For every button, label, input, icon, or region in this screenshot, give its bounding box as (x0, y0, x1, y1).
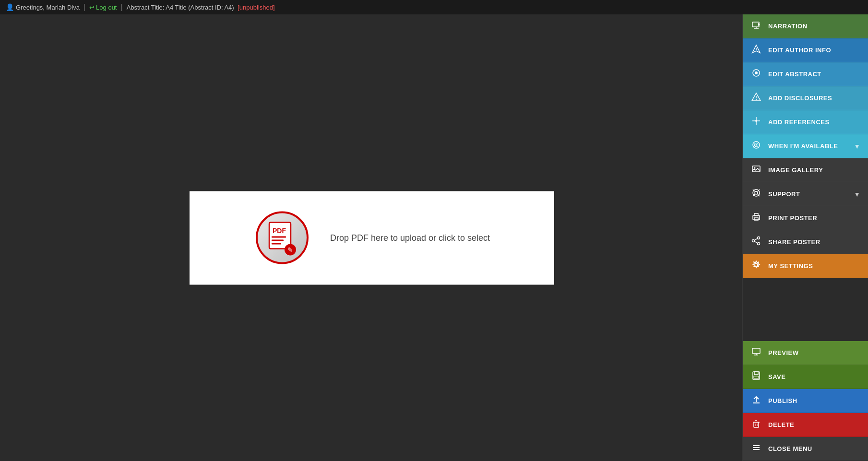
edit-abstract-icon (751, 68, 761, 80)
svg-point-37 (752, 240, 755, 242)
svg-rect-34 (754, 218, 758, 220)
sidebar-nav: NARRATION EDIT AUTHOR INFO EDIT ABSTRACT… (743, 14, 868, 278)
svg-point-20 (755, 120, 757, 122)
svg-rect-3 (272, 239, 284, 241)
logout-button[interactable]: ↩ Log out (89, 4, 117, 11)
preview-label: PREVIEW (768, 349, 798, 356)
when-available-icon (751, 140, 761, 152)
delete-label: DELETE (768, 421, 794, 428)
save-icon (751, 371, 761, 383)
svg-rect-42 (752, 348, 760, 354)
sidebar-item-preview[interactable]: PREVIEW (743, 341, 868, 365)
support-label: SUPPORT (768, 190, 800, 198)
edit-author-icon (751, 44, 761, 56)
sidebar-item-save[interactable]: SAVE (743, 365, 868, 389)
svg-point-38 (758, 243, 760, 245)
sidebar-item-edit-abstract[interactable]: EDIT ABSTRACT (743, 62, 868, 86)
upload-drop-text: Drop PDF here to upload or click to sele… (330, 233, 490, 243)
add-disclosures-icon (751, 92, 761, 104)
svg-text:PDF: PDF (273, 226, 286, 234)
sidebar-item-my-settings[interactable]: MY SETTINGS (743, 254, 868, 278)
add-references-label: ADD REFERENCES (768, 118, 830, 126)
image-gallery-label: IMAGE GALLERY (768, 166, 823, 174)
sidebar-item-print-poster[interactable]: PRINT POSTER (743, 206, 868, 230)
sidebar-item-narration[interactable]: NARRATION (743, 14, 868, 38)
svg-point-41 (755, 263, 758, 266)
svg-point-17 (756, 99, 757, 100)
sidebar-item-support[interactable]: SUPPORT ▼ (743, 182, 868, 206)
add-disclosures-label: ADD DISCLOSURES (768, 95, 832, 102)
svg-line-39 (754, 241, 757, 243)
status-badge: [unpublished] (238, 4, 274, 11)
narration-label: NARRATION (768, 23, 808, 30)
sidebar-bottom: PREVIEW SAVE PUBLISH DELETE CLOSE MENU (743, 341, 868, 461)
canvas-area[interactable]: PDF ✎ Drop PDF here to upload or click t… (0, 14, 743, 461)
pdf-upload-dropzone[interactable]: PDF ✎ Drop PDF here to upload or click t… (190, 191, 554, 284)
topbar: 👤 Greetings, Mariah Diva | ↩ Log out | A… (0, 0, 868, 14)
svg-point-23 (756, 144, 757, 146)
logout-label: Log out (96, 4, 117, 11)
svg-rect-47 (754, 376, 759, 378)
svg-text:✎: ✎ (287, 246, 293, 253)
publish-label: PUBLISH (768, 397, 797, 404)
sidebar-item-image-gallery[interactable]: IMAGE GALLERY (743, 158, 868, 182)
svg-point-36 (758, 237, 760, 239)
pdf-icon: PDF ✎ (253, 209, 311, 267)
add-references-icon (751, 116, 761, 128)
abstract-prefix: Abstract Title: (127, 4, 165, 11)
delete-icon (751, 419, 761, 431)
svg-rect-4 (272, 243, 281, 244)
share-poster-label: SHARE POSTER (768, 238, 820, 246)
dropdown-arrow-icon: ▼ (854, 142, 860, 150)
sidebar-item-close-menu[interactable]: CLOSE MENU (743, 437, 868, 461)
my-settings-label: MY SETTINGS (768, 262, 813, 270)
edit-author-label: EDIT AUTHOR INFO (768, 47, 831, 54)
svg-point-27 (755, 191, 758, 194)
resize-handle[interactable] (742, 14, 743, 461)
sidebar-spacer (743, 278, 868, 341)
greeting-text: 👤 Greetings, Mariah Diva (6, 3, 80, 11)
sidebar-item-delete[interactable]: DELETE (743, 413, 868, 437)
abstract-title-area: Abstract Title: A4 Title (Abstract ID: A… (127, 4, 275, 11)
publish-icon (751, 395, 761, 407)
sidebar-item-publish[interactable]: PUBLISH (743, 389, 868, 413)
sidebar: NARRATION EDIT AUTHOR INFO EDIT ABSTRACT… (743, 14, 868, 461)
print-poster-label: PRINT POSTER (768, 214, 817, 222)
print-poster-icon (751, 212, 761, 224)
svg-rect-24 (752, 166, 760, 172)
close-menu-label: CLOSE MENU (768, 445, 812, 452)
main-area: PDF ✎ Drop PDF here to upload or click t… (0, 14, 868, 461)
logout-icon: ↩ (89, 4, 95, 11)
pdf-circle: PDF ✎ (256, 212, 309, 264)
when-available-label: WHEN I'M AVAILABLE (768, 142, 838, 150)
svg-rect-50 (754, 422, 759, 427)
sidebar-item-edit-author[interactable]: EDIT AUTHOR INFO (743, 38, 868, 62)
abstract-title-value: A4 Title (Abstract ID: A4) (166, 4, 234, 11)
greeting-label: Greetings, Mariah Diva (16, 4, 80, 11)
sidebar-item-add-disclosures[interactable]: ADD DISCLOSURES (743, 86, 868, 110)
image-gallery-icon (751, 164, 761, 176)
narration-icon (751, 20, 761, 32)
edit-abstract-label: EDIT ABSTRACT (768, 71, 821, 78)
dropdown-arrow-icon: ▼ (854, 190, 860, 198)
svg-rect-7 (752, 22, 759, 27)
svg-rect-33 (754, 213, 758, 216)
support-icon (751, 188, 761, 200)
close-menu-icon (751, 443, 761, 455)
svg-point-35 (754, 217, 755, 218)
save-label: SAVE (768, 373, 785, 380)
person-icon: 👤 (6, 3, 14, 11)
share-poster-icon (751, 236, 761, 248)
sidebar-item-share-poster[interactable]: SHARE POSTER (743, 230, 868, 254)
sidebar-item-when-available[interactable]: WHEN I'M AVAILABLE ▼ (743, 134, 868, 158)
svg-rect-46 (754, 372, 758, 375)
svg-rect-2 (272, 236, 286, 237)
sidebar-item-add-references[interactable]: ADD REFERENCES (743, 110, 868, 134)
pdf-svg-icon: PDF ✎ (265, 220, 299, 256)
svg-point-14 (755, 71, 758, 74)
svg-line-40 (754, 238, 757, 240)
my-settings-icon (751, 260, 761, 272)
preview-icon (751, 347, 761, 359)
